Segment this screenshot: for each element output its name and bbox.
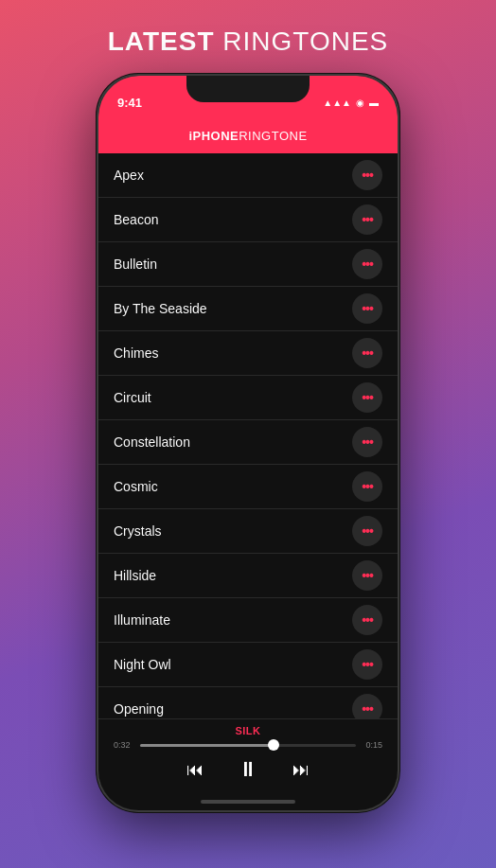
app-header-title: iPHONERINGTONE <box>188 129 307 143</box>
more-button[interactable]: ••• <box>352 338 382 368</box>
player-bar: SILK 0:32 0:15 ⏮ ⏸ ⏭ <box>98 718 398 793</box>
list-item[interactable]: Constellation••• <box>98 420 398 465</box>
list-item[interactable]: Apex••• <box>98 153 398 198</box>
list-item[interactable]: Night Owl••• <box>98 643 398 687</box>
progress-knob[interactable] <box>268 739 279 751</box>
mute-button <box>97 170 98 197</box>
more-button[interactable]: ••• <box>352 516 382 546</box>
list-item[interactable]: Opening••• <box>98 687 398 718</box>
more-button[interactable]: ••• <box>352 427 382 457</box>
wifi-icon: ◉ <box>356 97 364 108</box>
list-item[interactable]: Beacon••• <box>98 198 398 242</box>
list-item[interactable]: Bulletin••• <box>98 242 398 287</box>
home-indicator <box>98 793 398 810</box>
more-button[interactable]: ••• <box>352 694 382 718</box>
home-bar <box>201 800 295 804</box>
status-time: 9:41 <box>117 96 142 110</box>
time-elapsed: 0:32 <box>114 740 134 750</box>
list-item[interactable]: By The Seaside••• <box>98 287 398 331</box>
song-name: Constellation <box>114 434 190 450</box>
rewind-button[interactable]: ⏮ <box>185 758 205 782</box>
song-name: Circuit <box>114 390 151 405</box>
progress-fill <box>140 744 274 747</box>
page-title: LATEST RINGTONES <box>108 27 389 57</box>
progress-bar[interactable] <box>140 744 356 747</box>
song-name: Night Owl <box>114 657 171 672</box>
player-track-name: SILK <box>114 725 382 736</box>
list-item[interactable]: Cosmic••• <box>98 465 398 509</box>
song-name: Apex <box>114 168 144 183</box>
song-name: Bulletin <box>114 257 157 272</box>
song-name: Chimes <box>114 345 158 361</box>
status-icons: ▲▲▲ ◉ ▬ <box>323 97 379 108</box>
pause-button[interactable]: ⏸ <box>236 755 260 784</box>
list-item[interactable]: Crystals••• <box>98 509 398 554</box>
song-name: Opening <box>114 701 164 717</box>
song-name: Cosmic <box>114 479 158 494</box>
song-name: Crystals <box>114 523 162 539</box>
status-bar: 9:41 ▲▲▲ ◉ ▬ <box>98 76 398 117</box>
list-item[interactable]: Circuit••• <box>98 376 398 420</box>
song-name: By The Seaside <box>114 301 207 316</box>
more-button[interactable]: ••• <box>352 649 382 680</box>
list-item[interactable]: Hillside••• <box>98 554 398 598</box>
power-button <box>398 222 399 289</box>
song-list[interactable]: Apex•••Beacon•••Bulletin•••By The Seasid… <box>98 153 398 718</box>
phone-frame: 9:41 ▲▲▲ ◉ ▬ iPHONERINGTONE Apex•••Beaco… <box>97 74 399 812</box>
time-remaining: 0:15 <box>362 740 382 750</box>
forward-button[interactable]: ⏭ <box>291 758 311 782</box>
song-name: Illuminate <box>114 612 170 628</box>
app-header: iPHONERINGTONE <box>98 117 398 153</box>
battery-icon: ▬ <box>369 97 379 108</box>
more-button[interactable]: ••• <box>352 204 382 235</box>
more-button[interactable]: ••• <box>352 249 382 279</box>
signal-icon: ▲▲▲ <box>323 97 351 108</box>
volume-up-button <box>97 216 98 258</box>
volume-down-button <box>97 268 98 310</box>
player-controls: ⏮ ⏸ ⏭ <box>114 755 382 784</box>
list-item[interactable]: Chimes••• <box>98 331 398 376</box>
song-name: Beacon <box>114 212 158 227</box>
more-button[interactable]: ••• <box>352 293 382 324</box>
notch <box>186 76 310 102</box>
song-name: Hillside <box>114 568 156 583</box>
more-button[interactable]: ••• <box>352 605 382 635</box>
more-button[interactable]: ••• <box>352 560 382 591</box>
more-button[interactable]: ••• <box>352 382 382 413</box>
more-button[interactable]: ••• <box>352 160 382 190</box>
list-item[interactable]: Illuminate••• <box>98 598 398 643</box>
more-button[interactable]: ••• <box>352 471 382 502</box>
progress-row: 0:32 0:15 <box>114 740 382 750</box>
